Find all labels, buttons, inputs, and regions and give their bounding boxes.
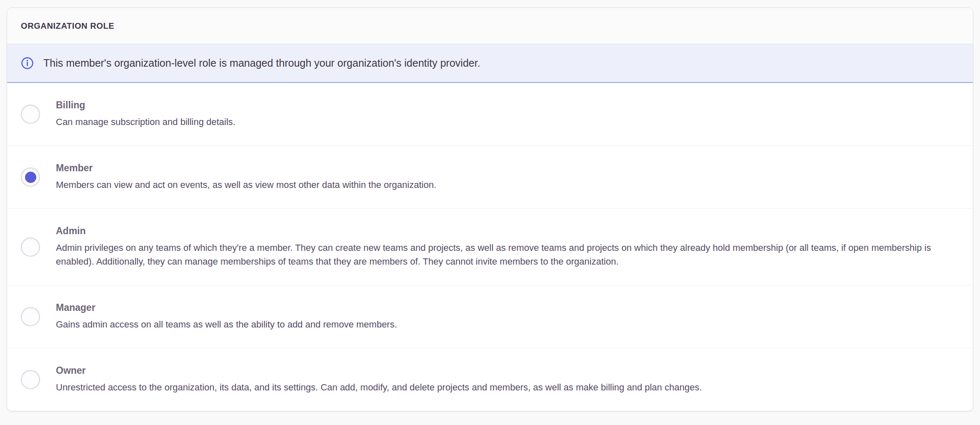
role-radio-owner[interactable] bbox=[21, 370, 40, 389]
role-name: Billing bbox=[56, 100, 958, 111]
role-radio-billing[interactable] bbox=[21, 105, 40, 124]
role-description: Members can view and act on events, as w… bbox=[56, 178, 958, 192]
role-text: Admin Admin privileges on any teams of w… bbox=[56, 225, 958, 268]
role-description: Can manage subscription and billing deta… bbox=[56, 115, 958, 129]
banner-message: This member's organization-level role is… bbox=[43, 57, 480, 69]
role-option-owner[interactable]: Owner Unrestricted access to the organiz… bbox=[7, 348, 973, 411]
role-description: Gains admin access on all teams as well … bbox=[56, 318, 958, 331]
role-name: Member bbox=[56, 162, 958, 174]
role-radio-admin[interactable] bbox=[21, 238, 40, 257]
role-option-billing[interactable]: Billing Can manage subscription and bill… bbox=[7, 83, 973, 146]
role-option-admin[interactable]: Admin Admin privileges on any teams of w… bbox=[7, 209, 973, 285]
role-text: Member Members can view and act on event… bbox=[56, 162, 958, 192]
role-name: Owner bbox=[56, 365, 958, 376]
role-description: Admin privileges on any teams of which t… bbox=[56, 241, 958, 268]
role-radio-member[interactable] bbox=[21, 168, 40, 187]
organization-role-panel: ORGANIZATION ROLE This member's organiza… bbox=[7, 8, 973, 411]
radio-dot bbox=[25, 172, 36, 183]
info-icon bbox=[21, 57, 34, 70]
role-name: Manager bbox=[56, 302, 958, 313]
role-text: Manager Gains admin access on all teams … bbox=[56, 302, 958, 331]
role-option-member[interactable]: Member Members can view and act on event… bbox=[7, 146, 973, 209]
panel-header: ORGANIZATION ROLE bbox=[7, 8, 973, 44]
panel-title: ORGANIZATION ROLE bbox=[21, 21, 114, 31]
role-description: Unrestricted access to the organization,… bbox=[56, 380, 958, 394]
idp-managed-banner: This member's organization-level role is… bbox=[7, 44, 973, 83]
role-option-manager[interactable]: Manager Gains admin access on all teams … bbox=[7, 285, 973, 348]
role-radio-manager[interactable] bbox=[21, 307, 40, 326]
role-text: Owner Unrestricted access to the organiz… bbox=[56, 365, 958, 394]
role-name: Admin bbox=[56, 225, 958, 237]
role-text: Billing Can manage subscription and bill… bbox=[56, 100, 958, 129]
